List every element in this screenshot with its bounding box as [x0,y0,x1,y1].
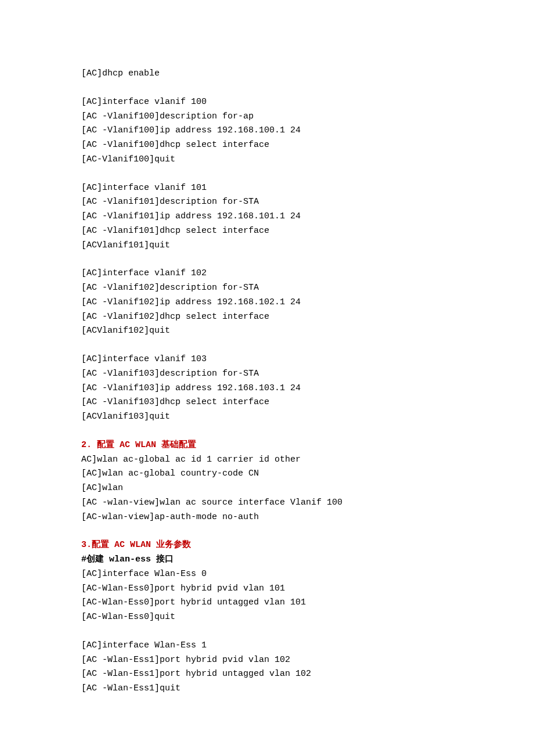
config-line: [AC -Vlanif103]description for-STA [81,367,453,381]
config-line: [AC]dhcp enable [81,67,453,81]
config-line: [AC -Vlanif102]ip address 192.168.102.1 … [81,296,453,310]
section-2: 2. 配置 AC WLAN 基础配置 AC]wlan ac-global ac … [81,438,453,525]
config-line: [ACVlanif103]quit [81,410,453,424]
config-line: [AC -Wlan-Ess1]port hybrid pvid vlan 102 [81,653,453,668]
section-heading: 3.配置 AC WLAN 业务参数 [81,538,453,553]
config-block-vlanif101: [AC]interface vlanif 101 [AC -Vlanif101]… [81,181,453,253]
config-line: [ACVlanif102]quit [81,324,453,339]
config-line: [AC -wlan-view]wlan ac source interface … [81,496,453,510]
config-line: [AC-Wlan-Ess0]port hybrid pvid vlan 101 [81,582,453,596]
config-line: [AC]wlan [81,481,453,496]
section-3: 3.配置 AC WLAN 业务参数 #创建 wlan-ess 接口 [AC]in… [81,538,453,696]
config-line: [AC -Vlanif102]dhcp select interface [81,310,453,325]
section-heading: 2. 配置 AC WLAN 基础配置 [81,438,453,453]
config-line: [AC]interface vlanif 101 [81,181,453,196]
section-subheading: #创建 wlan-ess 接口 [81,553,453,567]
config-line: [AC-Wlan-Ess0]port hybrid untagged vlan … [81,596,453,610]
config-line: [AC -Vlanif103]dhcp select interface [81,395,453,410]
config-block-wlaness0: [AC]interface Wlan-Ess 0 [AC-Wlan-Ess0]p… [81,567,453,625]
config-block-vlanif103: [AC]interface vlanif 103 [AC -Vlanif103]… [81,352,453,424]
config-block-vlanif102: [AC]interface vlanif 102 [AC -Vlanif102]… [81,267,453,339]
config-line: [AC -Wlan-Ess1]port hybrid untagged vlan… [81,667,453,682]
config-line: [AC]interface Wlan-Ess 1 [81,639,453,653]
config-line: [AC]wlan ac-global country-code CN [81,467,453,481]
document-page: [AC]dhcp enable [AC]interface vlanif 100… [0,0,534,756]
config-line: [AC -Wlan-Ess1]quit [81,682,453,696]
config-line: [AC]interface vlanif 102 [81,267,453,281]
config-line: [AC]interface Wlan-Ess 0 [81,567,453,582]
config-line: [AC]interface vlanif 100 [81,95,453,110]
config-line: AC]wlan ac-global ac id 1 carrier id oth… [81,453,453,467]
config-line: [AC -Vlanif100]dhcp select interface [81,138,453,153]
config-block-wlaness1: [AC]interface Wlan-Ess 1 [AC -Wlan-Ess1]… [81,639,453,696]
config-line: [AC -Vlanif100]description for-ap [81,110,453,124]
config-line: [AC-Vlanif100]quit [81,153,453,167]
config-line: [AC -Vlanif101]description for-STA [81,195,453,210]
config-block-vlanif100: [AC]interface vlanif 100 [AC -Vlanif100]… [81,95,453,167]
config-line: [AC-wlan-view]ap-auth-mode no-auth [81,510,453,525]
config-line: [AC -Vlanif101]dhcp select interface [81,224,453,239]
config-block-dhcp: [AC]dhcp enable [81,67,453,81]
config-line: [AC -Vlanif101]ip address 192.168.101.1 … [81,210,453,224]
config-line: [AC -Vlanif102]description for-STA [81,281,453,296]
config-line: [ACVlanif101]quit [81,239,453,253]
config-line: [AC-Wlan-Ess0]quit [81,610,453,625]
config-line: [AC -Vlanif103]ip address 192.168.103.1 … [81,381,453,396]
config-line: [AC]interface vlanif 103 [81,352,453,367]
config-line: [AC -Vlanif100]ip address 192.168.100.1 … [81,124,453,138]
